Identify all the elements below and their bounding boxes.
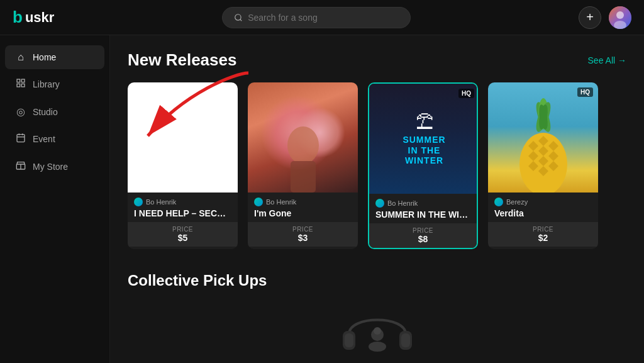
song-card-3[interactable]: HQ ⛱ SUMMERIN THEWINTER Bo Henrik SUMMER… — [368, 82, 478, 249]
headphone-icon — [128, 299, 626, 356]
home-icon: ⌂ — [15, 52, 26, 63]
song-cover-1 — [128, 82, 238, 193]
song-card-2[interactable]: Bo Henrik I'm Gone PRICE $3 — [248, 82, 358, 249]
artist-row-2: Bo Henrik — [254, 198, 352, 206]
artist-avatar-3 — [375, 199, 384, 208]
song-info-1: Bo Henrik I NEED HELP – SECRET... — [128, 193, 238, 218]
price-label-3: PRICE — [375, 227, 470, 234]
collective-section: Collective Pick Ups — [128, 272, 626, 356]
sidebar-item-event[interactable]: Event — [5, 126, 104, 152]
svg-rect-35 — [345, 333, 353, 347]
sidebar-label-home: Home — [33, 52, 56, 62]
artist-avatar-4 — [494, 198, 503, 206]
price-section-4: PRICE $2 — [488, 222, 598, 247]
svg-rect-8 — [21, 84, 25, 87]
logo[interactable]: b uskr — [13, 8, 54, 27]
search-icon — [234, 13, 243, 22]
svg-rect-7 — [17, 84, 20, 87]
svg-rect-9 — [17, 135, 25, 142]
search-input[interactable] — [248, 13, 399, 23]
song-info-2: Bo Henrik I'm Gone — [248, 193, 358, 218]
sidebar-label-event: Event — [33, 134, 55, 144]
cover-image-4: HQ — [488, 82, 598, 193]
new-releases-title: New Releases — [128, 50, 236, 70]
song-cover-3: HQ ⛱ SUMMERIN THEWINTER — [369, 84, 478, 194]
artist-name-1: Bo Henrik — [146, 198, 176, 206]
see-all-button[interactable]: See All → — [588, 55, 626, 65]
cover-image-3: HQ ⛱ SUMMERIN THEWINTER — [369, 84, 478, 194]
summer-text: SUMMERIN THEWINTER — [402, 135, 445, 166]
svg-point-39 — [369, 342, 386, 352]
song-title-3: SUMMER IN THE WINT... — [375, 209, 470, 220]
price-value-3: $8 — [375, 234, 470, 244]
song-title-2: I'm Gone — [254, 208, 352, 218]
sidebar-label-mystore: My Store — [33, 162, 68, 172]
svg-line-1 — [240, 19, 242, 21]
price-section-3: PRICE $8 — [369, 223, 477, 248]
price-section-2: PRICE $3 — [248, 222, 358, 247]
sidebar-item-home[interactable]: ⌂ Home — [5, 45, 104, 69]
studio-icon: ◎ — [15, 106, 26, 118]
mystore-icon — [15, 160, 26, 173]
umbrella-icon: ⛱ — [416, 111, 433, 132]
song-info-4: Berezy Verdita — [488, 193, 598, 218]
artist-name-4: Berezy — [506, 198, 528, 206]
song-cover-4: HQ — [488, 82, 598, 193]
price-value-1: $5 — [134, 233, 231, 243]
artist-name-2: Bo Henrik — [266, 198, 296, 206]
artist-name-3: Bo Henrik — [387, 199, 418, 207]
price-label-2: PRICE — [254, 226, 352, 233]
svg-point-3 — [616, 11, 624, 19]
search-bar[interactable] — [222, 7, 411, 28]
svg-point-0 — [235, 14, 241, 20]
header: b uskr + — [0, 0, 644, 35]
event-icon — [15, 133, 26, 145]
hq-badge-3: HQ — [458, 89, 474, 98]
svg-rect-5 — [17, 79, 20, 82]
svg-rect-17 — [291, 161, 316, 193]
artist-row-3: Bo Henrik — [375, 199, 470, 208]
user-avatar[interactable] — [609, 6, 631, 29]
song-title-4: Verdita — [494, 208, 592, 218]
songs-grid: Bo Henrik I NEED HELP – SECRET... PRICE … — [128, 82, 626, 249]
artist-avatar-1 — [134, 198, 143, 206]
song-title-1: I NEED HELP – SECRET... — [134, 208, 231, 218]
sidebar-item-studio[interactable]: ◎ Studio — [5, 99, 104, 124]
new-releases-header: New Releases See All → — [128, 50, 626, 70]
sidebar-label-studio: Studio — [33, 107, 58, 117]
artist-avatar-2 — [254, 198, 263, 206]
cover-image-2 — [248, 82, 358, 193]
svg-point-40 — [374, 327, 381, 335]
song-cover-2 — [248, 82, 358, 193]
cover-image-1 — [128, 82, 238, 193]
sidebar-item-mystore[interactable]: My Store — [5, 154, 104, 179]
price-label-1: PRICE — [134, 226, 231, 233]
price-value-4: $2 — [494, 233, 592, 243]
price-label-4: PRICE — [494, 226, 592, 233]
library-icon — [15, 78, 26, 91]
logo-icon: b — [13, 8, 23, 27]
sidebar-item-library[interactable]: Library — [5, 72, 104, 97]
sidebar-label-library: Library — [33, 79, 60, 89]
collective-title: Collective Pick Ups — [128, 272, 626, 289]
artist-row-1: Bo Henrik — [134, 198, 231, 206]
song-card-4[interactable]: HQ — [488, 82, 598, 249]
artist-row-4: Berezy — [494, 198, 592, 206]
song-info-3: Bo Henrik SUMMER IN THE WINT... — [369, 194, 477, 220]
svg-rect-6 — [21, 79, 25, 82]
add-button[interactable]: + — [579, 6, 601, 29]
price-section-1: PRICE $5 — [128, 222, 238, 247]
sidebar: ⌂ Home Library ◎ Studio Event — [0, 35, 110, 363]
logo-text: uskr — [25, 9, 54, 26]
layout: ⌂ Home Library ◎ Studio Event — [0, 35, 644, 363]
header-actions: + — [579, 6, 631, 29]
main-content: New Releases See All → Bo Henrik I NEED … — [110, 35, 644, 363]
price-value-2: $3 — [254, 233, 352, 243]
svg-point-16 — [287, 126, 319, 164]
song-card-1[interactable]: Bo Henrik I NEED HELP – SECRET... PRICE … — [128, 82, 238, 249]
svg-rect-37 — [401, 333, 410, 347]
